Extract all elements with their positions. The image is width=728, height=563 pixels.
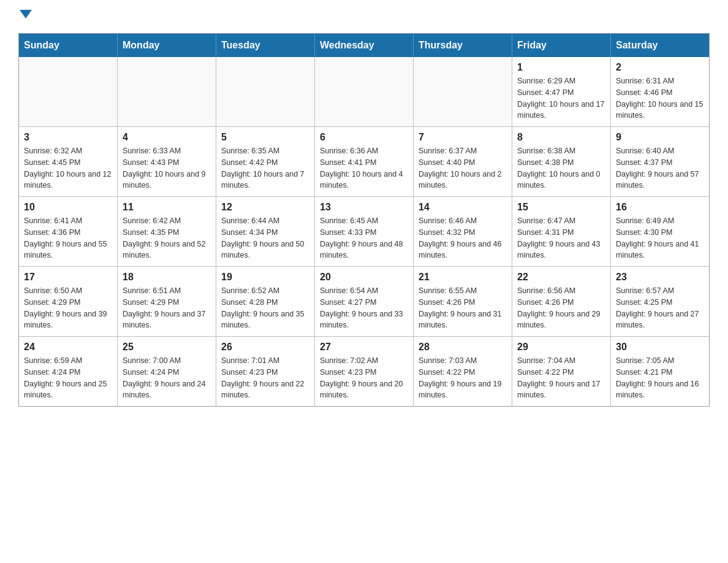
day-number: 8 [517, 132, 605, 143]
day-info: Sunrise: 6:45 AMSunset: 4:33 PMDaylight:… [320, 215, 408, 261]
weekday-header-sunday: Sunday [19, 34, 118, 58]
day-number: 3 [24, 132, 112, 143]
day-number: 19 [221, 272, 309, 283]
day-number: 25 [123, 342, 211, 353]
calendar-day-cell: 16Sunrise: 6:49 AMSunset: 4:30 PMDayligh… [611, 197, 710, 267]
day-info: Sunrise: 7:00 AMSunset: 4:24 PMDaylight:… [123, 355, 211, 401]
calendar-day-cell: 20Sunrise: 6:54 AMSunset: 4:27 PMDayligh… [315, 267, 414, 337]
page-header [18, 12, 710, 21]
day-number: 14 [419, 202, 507, 213]
calendar-day-cell: 28Sunrise: 7:03 AMSunset: 4:22 PMDayligh… [414, 337, 512, 407]
calendar-day-cell: 8Sunrise: 6:38 AMSunset: 4:38 PMDaylight… [512, 127, 611, 197]
day-info: Sunrise: 6:29 AMSunset: 4:47 PMDaylight:… [517, 75, 605, 121]
calendar-day-cell: 27Sunrise: 7:02 AMSunset: 4:23 PMDayligh… [315, 337, 414, 407]
logo [18, 12, 32, 21]
calendar-day-cell: 21Sunrise: 6:55 AMSunset: 4:26 PMDayligh… [414, 267, 512, 337]
calendar-week-row: 1Sunrise: 6:29 AMSunset: 4:47 PMDaylight… [19, 57, 710, 127]
calendar-day-cell [19, 57, 118, 127]
calendar-day-cell: 3Sunrise: 6:32 AMSunset: 4:45 PMDaylight… [19, 127, 118, 197]
day-number: 29 [517, 342, 605, 353]
calendar-day-cell: 30Sunrise: 7:05 AMSunset: 4:21 PMDayligh… [611, 337, 710, 407]
day-number: 22 [517, 272, 605, 283]
weekday-header-wednesday: Wednesday [315, 34, 414, 58]
day-info: Sunrise: 7:05 AMSunset: 4:21 PMDaylight:… [616, 355, 704, 401]
day-info: Sunrise: 7:01 AMSunset: 4:23 PMDaylight:… [221, 355, 309, 401]
day-info: Sunrise: 6:32 AMSunset: 4:45 PMDaylight:… [24, 145, 112, 191]
day-number: 12 [221, 202, 309, 213]
day-number: 27 [320, 342, 408, 353]
day-info: Sunrise: 6:52 AMSunset: 4:28 PMDaylight:… [221, 285, 309, 331]
calendar-header-row: SundayMondayTuesdayWednesdayThursdayFrid… [19, 34, 710, 58]
day-info: Sunrise: 6:47 AMSunset: 4:31 PMDaylight:… [517, 215, 605, 261]
calendar-day-cell [216, 57, 315, 127]
day-number: 21 [419, 272, 507, 283]
day-info: Sunrise: 6:56 AMSunset: 4:26 PMDaylight:… [517, 285, 605, 331]
day-info: Sunrise: 7:04 AMSunset: 4:22 PMDaylight:… [517, 355, 605, 401]
day-number: 24 [24, 342, 112, 353]
day-info: Sunrise: 6:41 AMSunset: 4:36 PMDaylight:… [24, 215, 112, 261]
calendar-day-cell: 13Sunrise: 6:45 AMSunset: 4:33 PMDayligh… [315, 197, 414, 267]
calendar-day-cell: 15Sunrise: 6:47 AMSunset: 4:31 PMDayligh… [512, 197, 611, 267]
day-number: 13 [320, 202, 408, 213]
day-info: Sunrise: 6:49 AMSunset: 4:30 PMDaylight:… [616, 215, 704, 261]
weekday-header-tuesday: Tuesday [216, 34, 315, 58]
day-info: Sunrise: 6:33 AMSunset: 4:43 PMDaylight:… [123, 145, 211, 191]
day-number: 11 [123, 202, 211, 213]
day-info: Sunrise: 6:40 AMSunset: 4:37 PMDaylight:… [616, 145, 704, 191]
day-info: Sunrise: 6:44 AMSunset: 4:34 PMDaylight:… [221, 215, 309, 261]
day-info: Sunrise: 6:35 AMSunset: 4:42 PMDaylight:… [221, 145, 309, 191]
calendar-day-cell: 24Sunrise: 6:59 AMSunset: 4:24 PMDayligh… [19, 337, 118, 407]
day-info: Sunrise: 6:59 AMSunset: 4:24 PMDaylight:… [24, 355, 112, 401]
day-info: Sunrise: 6:51 AMSunset: 4:29 PMDaylight:… [123, 285, 211, 331]
day-number: 26 [221, 342, 309, 353]
calendar-day-cell: 14Sunrise: 6:46 AMSunset: 4:32 PMDayligh… [414, 197, 512, 267]
weekday-header-thursday: Thursday [414, 34, 512, 58]
calendar-day-cell: 12Sunrise: 6:44 AMSunset: 4:34 PMDayligh… [216, 197, 315, 267]
calendar-day-cell [118, 57, 216, 127]
calendar-day-cell: 11Sunrise: 6:42 AMSunset: 4:35 PMDayligh… [118, 197, 216, 267]
calendar-day-cell: 26Sunrise: 7:01 AMSunset: 4:23 PMDayligh… [216, 337, 315, 407]
day-info: Sunrise: 6:38 AMSunset: 4:38 PMDaylight:… [517, 145, 605, 191]
day-number: 1 [517, 62, 605, 73]
calendar-day-cell: 6Sunrise: 6:36 AMSunset: 4:41 PMDaylight… [315, 127, 414, 197]
day-number: 28 [419, 342, 507, 353]
day-number: 23 [616, 272, 704, 283]
calendar-day-cell: 5Sunrise: 6:35 AMSunset: 4:42 PMDaylight… [216, 127, 315, 197]
calendar-week-row: 10Sunrise: 6:41 AMSunset: 4:36 PMDayligh… [19, 197, 710, 267]
logo-triangle-icon [20, 10, 32, 18]
day-number: 10 [24, 202, 112, 213]
calendar-week-row: 17Sunrise: 6:50 AMSunset: 4:29 PMDayligh… [19, 267, 710, 337]
day-info: Sunrise: 6:42 AMSunset: 4:35 PMDaylight:… [123, 215, 211, 261]
day-number: 9 [616, 132, 704, 143]
day-number: 4 [123, 132, 211, 143]
day-info: Sunrise: 6:57 AMSunset: 4:25 PMDaylight:… [616, 285, 704, 331]
weekday-header-monday: Monday [118, 34, 216, 58]
day-number: 20 [320, 272, 408, 283]
calendar-week-row: 3Sunrise: 6:32 AMSunset: 4:45 PMDaylight… [19, 127, 710, 197]
calendar-day-cell: 9Sunrise: 6:40 AMSunset: 4:37 PMDaylight… [611, 127, 710, 197]
day-number: 30 [616, 342, 704, 353]
calendar-week-row: 24Sunrise: 6:59 AMSunset: 4:24 PMDayligh… [19, 337, 710, 407]
calendar-day-cell: 2Sunrise: 6:31 AMSunset: 4:46 PMDaylight… [611, 57, 710, 127]
day-info: Sunrise: 6:37 AMSunset: 4:40 PMDaylight:… [419, 145, 507, 191]
day-info: Sunrise: 6:46 AMSunset: 4:32 PMDaylight:… [419, 215, 507, 261]
day-number: 5 [221, 132, 309, 143]
day-info: Sunrise: 7:03 AMSunset: 4:22 PMDaylight:… [419, 355, 507, 401]
day-info: Sunrise: 6:36 AMSunset: 4:41 PMDaylight:… [320, 145, 408, 191]
calendar-day-cell: 1Sunrise: 6:29 AMSunset: 4:47 PMDaylight… [512, 57, 611, 127]
calendar-day-cell: 17Sunrise: 6:50 AMSunset: 4:29 PMDayligh… [19, 267, 118, 337]
day-info: Sunrise: 6:31 AMSunset: 4:46 PMDaylight:… [616, 75, 704, 121]
day-number: 18 [123, 272, 211, 283]
calendar-day-cell: 19Sunrise: 6:52 AMSunset: 4:28 PMDayligh… [216, 267, 315, 337]
calendar-day-cell: 22Sunrise: 6:56 AMSunset: 4:26 PMDayligh… [512, 267, 611, 337]
day-number: 6 [320, 132, 408, 143]
calendar-day-cell: 23Sunrise: 6:57 AMSunset: 4:25 PMDayligh… [611, 267, 710, 337]
calendar-day-cell: 18Sunrise: 6:51 AMSunset: 4:29 PMDayligh… [118, 267, 216, 337]
weekday-header-saturday: Saturday [611, 34, 710, 58]
calendar-day-cell [414, 57, 512, 127]
calendar-table: SundayMondayTuesdayWednesdayThursdayFrid… [18, 33, 710, 407]
weekday-header-friday: Friday [512, 34, 611, 58]
day-number: 17 [24, 272, 112, 283]
calendar-day-cell: 25Sunrise: 7:00 AMSunset: 4:24 PMDayligh… [118, 337, 216, 407]
calendar-day-cell: 29Sunrise: 7:04 AMSunset: 4:22 PMDayligh… [512, 337, 611, 407]
